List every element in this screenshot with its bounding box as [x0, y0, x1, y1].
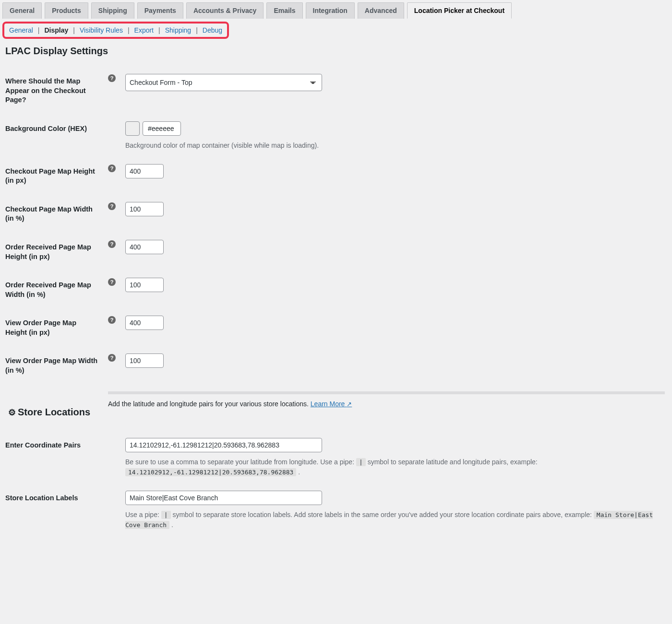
tab-general[interactable]: General [2, 2, 42, 19]
section-divider [108, 391, 665, 394]
coord-pairs-desc: Be sure to use a comma to separate your … [125, 457, 665, 477]
checkout-width-input[interactable] [125, 202, 164, 216]
subnav-display[interactable]: Display [44, 26, 68, 34]
label-map-position: Where Should the Map Appear on the Check… [2, 67, 103, 115]
bg-color-input[interactable]: #eeeeee [143, 121, 181, 136]
help-icon[interactable]: ? [108, 354, 116, 362]
subnav-shipping[interactable]: Shipping [165, 26, 192, 34]
label-order-received-height: Order Received Page Map Height (in px) [2, 233, 103, 271]
subnav-separator: | [38, 26, 40, 34]
primary-tabs: General Products Shipping Payments Accou… [2, 2, 670, 19]
tab-emails[interactable]: Emails [266, 2, 302, 19]
checkout-height-input[interactable] [125, 164, 164, 178]
label-checkout-width: Checkout Page Map Width (in %) [2, 195, 103, 233]
page-title: LPAC Display Settings [5, 46, 670, 57]
subnav-separator: | [73, 26, 75, 34]
subnav-separator: | [158, 26, 160, 34]
store-locations-intro: Add the latitude and longitude pairs for… [108, 400, 311, 408]
subnav-general[interactable]: General [9, 26, 33, 34]
tab-accounts[interactable]: Accounts & Privacy [186, 2, 264, 19]
tab-payments[interactable]: Payments [137, 2, 183, 19]
bg-color-desc: Background color of map container (visib… [125, 141, 665, 151]
subnav-export[interactable]: Export [134, 26, 154, 34]
store-labels-input[interactable] [125, 491, 322, 505]
tab-advanced[interactable]: Advanced [358, 2, 404, 19]
learn-more-link[interactable]: Learn More [311, 400, 352, 408]
subnav-debug[interactable]: Debug [203, 26, 222, 34]
tab-products[interactable]: Products [45, 2, 88, 19]
store-labels-desc: Use a pipe: | symbol to separate store l… [125, 510, 665, 530]
bg-color-swatch[interactable] [125, 121, 140, 136]
help-icon[interactable]: ? [108, 278, 116, 286]
help-icon[interactable]: ? [108, 165, 116, 172]
label-order-received-width: Order Received Page Map Width (in %) [2, 271, 103, 309]
view-order-height-input[interactable] [125, 316, 164, 330]
coord-pairs-input[interactable] [125, 438, 322, 452]
subnav-visibility[interactable]: Visibility Rules [80, 26, 123, 34]
order-received-height-input[interactable] [125, 240, 164, 254]
tab-integration[interactable]: Integration [306, 2, 355, 19]
label-view-order-height: View Order Page Map Height (in px) [2, 309, 103, 347]
help-icon[interactable]: ? [108, 240, 116, 248]
label-view-order-width: View Order Page Map Width (in %) [2, 347, 103, 385]
tab-shipping[interactable]: Shipping [91, 2, 134, 19]
order-received-width-input[interactable] [125, 278, 164, 292]
view-order-width-input[interactable] [125, 353, 164, 368]
label-bg-color: Background Color (HEX) [2, 115, 103, 157]
map-position-select[interactable]: Checkout Form - Top [125, 74, 322, 91]
subnav: General | Display | Visibility Rules | E… [9, 26, 222, 34]
label-coord-pairs: Enter Coordinate Pairs [2, 431, 103, 484]
subnav-separator: | [128, 26, 130, 34]
tab-lpac[interactable]: Location Picker at Checkout [407, 2, 512, 19]
subnav-separator: | [196, 26, 198, 34]
help-icon[interactable]: ? [108, 74, 116, 82]
help-icon[interactable]: ? [108, 316, 116, 324]
subnav-highlight: General | Display | Visibility Rules | E… [2, 22, 229, 39]
gear-icon [8, 406, 16, 419]
store-locations-heading: Store Locations [8, 406, 98, 419]
label-checkout-height: Checkout Page Map Height (in px) [2, 157, 103, 195]
label-store-labels: Store Location Labels [2, 484, 103, 537]
help-icon[interactable]: ? [108, 202, 116, 210]
